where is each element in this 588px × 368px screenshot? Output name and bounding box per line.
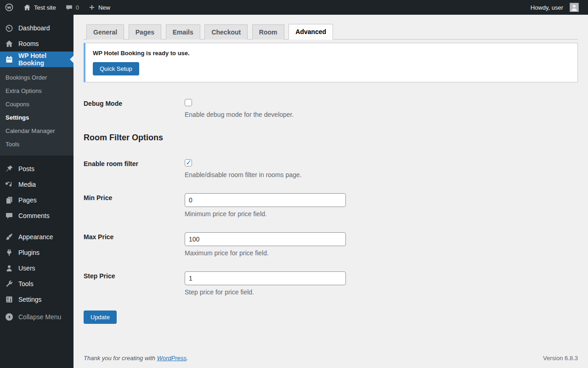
menu-separator (0, 224, 74, 229)
pushpin-icon (5, 164, 14, 173)
home-icon (23, 3, 31, 12)
sidebar-item-label: WP Hotel Booking (18, 52, 70, 67)
tab-checkout[interactable]: Checkout (204, 24, 248, 40)
sidebar-item-label: Users (18, 264, 35, 272)
plus-icon (88, 4, 96, 11)
sidebar-item-media[interactable]: Media (0, 177, 74, 192)
footer-version: Version 6.8.3 (543, 355, 578, 362)
setup-notice: WP Hotel Booking is ready to use. Quick … (84, 43, 578, 82)
max-price-label: Max Price (84, 232, 185, 257)
sidebar-item-label: Posts (18, 165, 34, 172)
comments-bubble-icon (65, 4, 73, 12)
new-button[interactable]: New (84, 0, 115, 15)
quick-setup-button[interactable]: Quick Setup (93, 62, 139, 75)
admin-bar: Test site 0 New Howdy, user (0, 0, 588, 15)
submenu-item-extra-options[interactable]: Extra Options (0, 84, 74, 98)
footer-thanks-period: . (187, 355, 188, 362)
sidebar-item-users[interactable]: Users (0, 260, 74, 276)
plugins-icon (5, 248, 14, 257)
enable-room-filter-checkbox[interactable] (185, 159, 192, 167)
max-price-row: Max Price Maximum price for price field. (84, 232, 578, 257)
dashboard-icon (5, 23, 14, 33)
step-price-description: Step price for price field. (185, 288, 578, 296)
footer-thanks-text: Thank you for creating with (84, 355, 157, 362)
tab-pages[interactable]: Pages (129, 24, 161, 40)
footer-thanks: Thank you for creating with WordPress. (84, 355, 188, 362)
submenu-item-coupons[interactable]: Coupons (0, 98, 74, 111)
min-price-label: Min Price (84, 193, 185, 218)
max-price-input[interactable] (185, 232, 346, 246)
site-link[interactable]: Test site (18, 0, 61, 15)
sidebar-item-wp-hotel-booking[interactable]: WP Hotel Booking (0, 52, 74, 67)
tools-icon (5, 279, 14, 288)
sidebar-item-label: Comments (18, 212, 50, 219)
sidebar-item-settings[interactable]: Settings (0, 292, 74, 307)
submenu-item-calendar-manager[interactable]: Calendar Manager (0, 124, 74, 138)
new-label: New (98, 4, 110, 11)
advanced-settings-form: Debug Mode Enable debug mode for the dev… (84, 99, 578, 324)
submenu-item-bookings-order[interactable]: Bookings Order (0, 71, 74, 84)
appearance-icon (5, 232, 14, 242)
sidebar-item-label: Appearance (18, 233, 53, 241)
collapse-menu-button[interactable]: Collapse Menu (0, 309, 74, 325)
collapse-menu-label: Collapse Menu (18, 313, 61, 321)
enable-room-filter-label: Enable room filter (84, 159, 185, 178)
pages-icon (5, 196, 14, 205)
sidebar-item-tools[interactable]: Tools (0, 276, 74, 292)
comment-icon (5, 211, 14, 220)
min-price-row: Min Price Minimum price for price field. (84, 193, 578, 218)
max-price-description: Maximum price for price field. (185, 249, 578, 257)
tab-advanced[interactable]: Advanced (288, 24, 333, 40)
room-filter-options-heading: Room Filter Options (84, 133, 578, 143)
sidebar-item-plugins[interactable]: Plugins (0, 245, 74, 260)
comments-count: 0 (76, 4, 79, 11)
sidebar-item-label: Rooms (18, 40, 39, 47)
step-price-input[interactable] (185, 271, 346, 285)
sidebar-item-comments[interactable]: Comments (0, 208, 74, 224)
min-price-input[interactable] (185, 193, 346, 207)
notice-title: WP Hotel Booking is ready to use. (93, 50, 570, 57)
submenu-item-tools[interactable]: Tools (0, 138, 74, 151)
settings-tab-bar: General Pages Emails Checkout Room Advan… (84, 24, 578, 40)
tab-emails[interactable]: Emails (166, 24, 200, 40)
menu-separator (0, 155, 74, 161)
debug-mode-checkbox[interactable] (185, 99, 192, 106)
step-price-row: Step Price Step price for price field. (84, 271, 578, 296)
sidebar-item-appearance[interactable]: Appearance (0, 229, 74, 245)
sidebar-item-label: Dashboard (18, 24, 50, 32)
sidebar-item-dashboard[interactable]: Dashboard (0, 20, 74, 36)
debug-mode-description: Enable debug mode for the developer. (185, 111, 578, 118)
wordpress-link[interactable]: WordPress (157, 355, 187, 362)
debug-mode-row: Debug Mode Enable debug mode for the dev… (84, 99, 578, 118)
wp-logo-button[interactable] (0, 0, 18, 15)
howdy-text: Howdy, user (531, 4, 563, 11)
sidebar-item-label: Media (18, 181, 36, 188)
tab-room[interactable]: Room (252, 24, 284, 40)
sidebar-item-label: Settings (18, 296, 42, 303)
settings-icon (5, 295, 14, 304)
enable-room-filter-row: Enable room filter Enable/disable room f… (84, 159, 578, 178)
enable-room-filter-description: Enable/disable room filter in rooms page… (185, 171, 578, 178)
update-button[interactable]: Update (84, 310, 117, 324)
step-price-label: Step Price (84, 271, 185, 296)
media-icon (5, 180, 14, 189)
main-content: General Pages Emails Checkout Room Advan… (74, 15, 588, 368)
users-icon (5, 264, 14, 273)
wp-logo-icon (5, 3, 14, 12)
tab-general[interactable]: General (86, 24, 124, 40)
sidebar-item-pages[interactable]: Pages (0, 192, 74, 208)
avatar (570, 3, 579, 12)
update-row: Update (84, 310, 578, 324)
hotel-booking-submenu: Bookings Order Extra Options Coupons Set… (0, 67, 74, 155)
admin-bar-left: Test site 0 New (0, 0, 115, 15)
sidebar-item-label: Tools (18, 280, 34, 288)
admin-bar-right: Howdy, user (526, 0, 588, 15)
submenu-item-settings[interactable]: Settings (0, 111, 74, 124)
account-menu[interactable]: Howdy, user (526, 0, 583, 15)
comments-link[interactable]: 0 (61, 0, 84, 15)
admin-footer: Thank you for creating with WordPress. V… (84, 355, 578, 368)
sidebar-item-rooms[interactable]: Rooms (0, 36, 74, 52)
rooms-icon (5, 39, 14, 48)
sidebar-menu: Dashboard Rooms WP Hotel Booking Booking… (0, 15, 74, 368)
sidebar-item-posts[interactable]: Posts (0, 161, 74, 177)
